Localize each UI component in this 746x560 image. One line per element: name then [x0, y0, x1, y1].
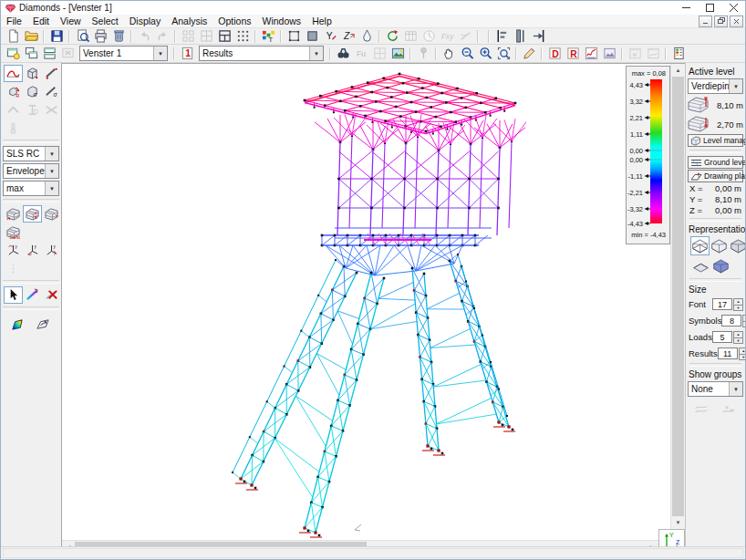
binoculars-button[interactable]	[334, 46, 352, 62]
results-selector[interactable]: Results▼	[199, 46, 324, 61]
group-lines-crossed-icon[interactable]	[715, 399, 742, 417]
spin-down-icon[interactable]: ▼	[733, 305, 743, 312]
delete-trash-button[interactable]	[109, 28, 128, 45]
results-chart-button[interactable]	[582, 46, 600, 62]
rep-1-button[interactable]	[690, 236, 710, 255]
chevron-down-icon[interactable]: ▼	[729, 382, 742, 396]
envelope-selector[interactable]: Envelope▼	[3, 163, 59, 179]
results-d-button[interactable]: D	[545, 46, 564, 62]
window-stack-button[interactable]	[40, 46, 58, 62]
results-size-input[interactable]: 11	[718, 347, 738, 359]
rep-2-button[interactable]	[710, 236, 729, 255]
close-button[interactable]	[721, 1, 745, 15]
active-level-selector[interactable]: Verdieping 3▼	[688, 78, 743, 94]
one-window-button[interactable]: 1	[178, 46, 196, 62]
minimize-button[interactable]	[674, 1, 698, 15]
axes-2-button[interactable]: y	[23, 242, 42, 259]
spin-down-icon[interactable]: ▼	[739, 354, 746, 361]
window-w-button[interactable]: w	[626, 46, 644, 62]
spin-down-icon[interactable]: ▼	[742, 321, 746, 328]
print-preview-button[interactable]	[73, 28, 91, 45]
menu-item-edit[interactable]: Edit	[27, 16, 55, 26]
wall-arrow-button[interactable]	[529, 28, 547, 45]
window-pane-button[interactable]	[215, 28, 233, 45]
loads-size-input[interactable]: 5	[712, 331, 732, 343]
image-button[interactable]	[389, 46, 407, 62]
beam-deform-button[interactable]	[4, 65, 23, 82]
redo-button[interactable]	[153, 28, 171, 45]
save-button[interactable]	[47, 28, 66, 45]
scroll-up-icon[interactable]: ▲	[671, 64, 685, 77]
beam-stress-button[interactable]: σ	[42, 83, 61, 100]
legend-table-button[interactable]	[669, 46, 688, 62]
mdi-close-button[interactable]	[730, 16, 743, 27]
grid-lines-button[interactable]	[197, 28, 215, 45]
beam-rainbow-button[interactable]	[23, 286, 42, 304]
show-groups-selector[interactable]: None▼	[688, 381, 743, 397]
slash-button[interactable]	[456, 28, 474, 45]
delete-x-button[interactable]	[42, 286, 61, 304]
font-size-input[interactable]: 17	[712, 298, 732, 310]
wall-thick-button[interactable]	[511, 28, 529, 45]
cross-gray-button[interactable]	[42, 101, 61, 119]
dot-grid-button[interactable]	[233, 28, 252, 45]
pin-button[interactable]	[414, 46, 432, 62]
select-cursor-button[interactable]	[4, 286, 23, 304]
drawing-plane-button[interactable]: Drawing plane	[688, 170, 743, 182]
measure-pencil-button[interactable]	[520, 46, 538, 62]
chevron-down-icon[interactable]: ▼	[45, 147, 58, 161]
menu-item-windows[interactable]: Windows	[257, 16, 307, 26]
undo-button[interactable]	[135, 28, 153, 45]
zoom-out-button[interactable]	[458, 46, 476, 62]
new-file-button[interactable]	[4, 28, 22, 45]
window-chart-button[interactable]	[644, 46, 662, 62]
load-z-button[interactable]: Z	[339, 28, 357, 45]
model-canvas[interactable]: max = 0,084,433,322,211,110,000,00-1,11-…	[61, 63, 685, 553]
menu-item-help[interactable]: Help	[306, 16, 337, 26]
menu-item-file[interactable]: File	[1, 16, 27, 26]
box-stress-button[interactable]: σ	[23, 83, 42, 100]
menu-item-display[interactable]: Display	[124, 16, 166, 26]
symbols-size-input[interactable]: 8	[721, 315, 741, 327]
mdi-restore-button[interactable]	[714, 16, 728, 27]
window-selector[interactable]: Venster 1▼	[79, 46, 168, 61]
building-2-button[interactable]: s	[23, 205, 42, 223]
results-pic-button[interactable]	[600, 46, 618, 62]
rep-4-button[interactable]	[690, 256, 710, 275]
ground-level-button[interactable]: Ground level	[688, 156, 743, 169]
window-close-button[interactable]	[58, 46, 77, 62]
spin-down-icon[interactable]: ▼	[733, 337, 743, 345]
menu-item-options[interactable]: Options	[212, 16, 256, 26]
wall-align-button[interactable]	[492, 28, 511, 45]
chevron-down-icon[interactable]: ▼	[729, 79, 742, 93]
window-overlap-button[interactable]	[22, 46, 40, 62]
grid-points-button[interactable]	[179, 28, 197, 45]
mdi-minimize-button[interactable]	[699, 16, 712, 27]
menu-item-analysis[interactable]: Analysis	[166, 16, 212, 26]
upper-level-row[interactable]: 8,10 m	[688, 96, 743, 114]
chevron-down-icon[interactable]: ▼	[153, 47, 167, 60]
building-4-button[interactable]: DaNd	[4, 223, 23, 241]
menu-item-select[interactable]: Select	[87, 16, 124, 26]
group-lines-icon[interactable]	[688, 399, 715, 417]
grid-red-button[interactable]	[370, 46, 389, 62]
plate-arrow-button[interactable]	[29, 313, 55, 335]
table-button[interactable]	[401, 28, 420, 45]
support-y-button[interactable]: Y	[321, 28, 339, 45]
axes-1-button[interactable]: y	[4, 242, 23, 259]
clock-button[interactable]	[420, 28, 438, 45]
pan-hand-button[interactable]	[440, 46, 458, 62]
scroll-down-icon[interactable]: ▼	[671, 516, 685, 529]
rotate-colored-button[interactable]	[383, 28, 401, 45]
box-rotation-button[interactable]: R	[4, 83, 23, 100]
rep-5-button[interactable]	[710, 256, 730, 275]
dots-gray-sm-button[interactable]	[4, 260, 23, 277]
chevron-down-icon[interactable]: ▼	[45, 164, 58, 178]
building-1-button[interactable]	[4, 205, 23, 223]
box-displacement-button[interactable]	[23, 65, 42, 82]
function-button[interactable]: Fxy	[438, 28, 456, 45]
plate-rainbow-button[interactable]	[4, 313, 29, 335]
maximize-button[interactable]	[698, 1, 721, 15]
results-r-button[interactable]: R	[564, 46, 582, 62]
load-combination-selector[interactable]: SLS RC▼	[3, 146, 59, 161]
